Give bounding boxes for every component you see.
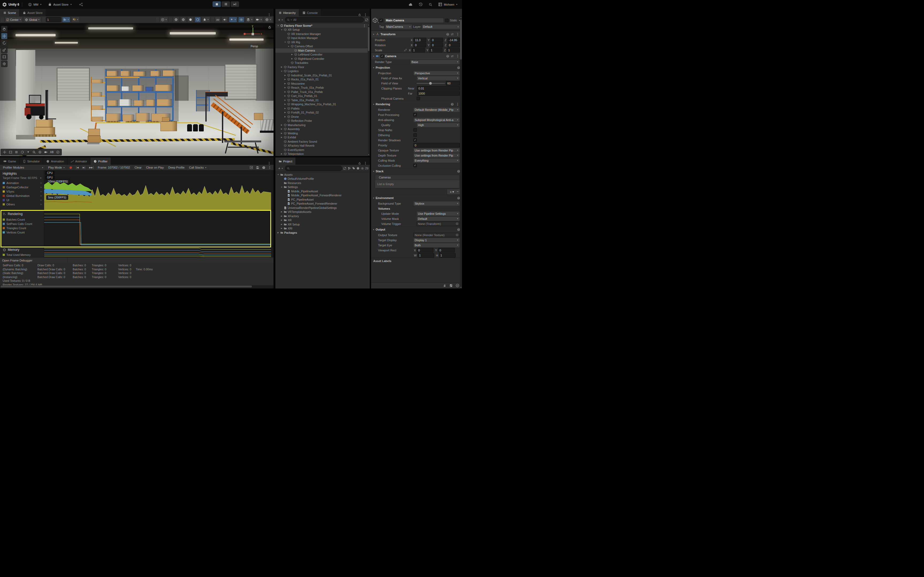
last-frame-button[interactable]: ▶▶| [87,165,95,170]
component-header-transform[interactable]: ▼Transform⋮ [371,31,462,37]
hierarchy-item[interactable]: ▶Racks_01a_Patch_01 [275,77,370,82]
wireframe-toggle[interactable] [180,17,186,23]
highlights-module-header[interactable]: Highlights Target Frame Time: 60 FPS▼ An… [0,171,44,210]
layer-dropdown[interactable]: Default▼ [422,24,460,29]
section-header-output[interactable]: ▼Output [371,226,462,232]
legend-item[interactable]: Vertices Count [0,230,44,235]
record-button[interactable] [68,165,74,170]
visibility-toggle[interactable] [238,17,244,23]
project-item[interactable]: Mobile_PipelineAsset_ForwardRenderer [275,193,370,198]
memory-module-header[interactable]: Memory Total Used Memory [0,247,44,257]
project-item[interactable]: ▶XR Setup [275,222,370,227]
scene-viewport[interactable]: y x Persp XB [0,23,273,156]
memory-chart[interactable] [44,247,271,257]
hierarchy-item[interactable]: ▶Exhibit [275,135,370,140]
user-menu[interactable]: Mohsen▼ [438,2,458,6]
hierarchy-item[interactable]: ▶Industrial_Scale_01a_Prefab_01 [275,73,370,77]
tree-expander-icon[interactable]: ▶ [284,95,286,97]
drag-handle-icon[interactable]: ≡ [40,199,42,201]
dropdown[interactable]: Both▼ [414,243,460,248]
account-menu[interactable]: MM▼ [28,3,42,6]
dropdown[interactable]: Perspective▼ [414,71,460,76]
project-search[interactable] [285,166,342,171]
section-header-stack[interactable]: ▼Stack [371,168,462,174]
section-header-environment[interactable]: ▼Environment [371,195,462,201]
drag-handle-icon[interactable]: ≡ [40,186,42,189]
2d-toggle[interactable]: 2D [215,17,221,23]
label-filter-icon[interactable] [352,167,355,170]
vector-field-z[interactable]: 0 [447,43,460,47]
drag-handle-icon[interactable]: ≡ [40,182,42,184]
hierarchy-item[interactable]: ▶Drone [275,114,370,119]
expand-window-icon[interactable] [343,167,347,170]
project-item[interactable]: PC_PipelineAsset_ForwardRenderer [275,201,370,206]
snap-value-input[interactable] [46,17,61,22]
checkbox[interactable] [417,97,420,100]
deep-profile-toggle[interactable]: Deep Profile [166,165,187,170]
object-field[interactable]: None (Render Texture) [414,233,460,237]
project-search-input[interactable] [291,166,340,170]
stack-remove-button[interactable]: − [457,190,459,194]
project-menu-icon[interactable]: ⋮ [363,162,368,165]
dropdown[interactable]: Skybox▼ [414,201,460,206]
legend-item[interactable]: Others≡ [0,202,44,206]
history-icon[interactable] [419,2,423,6]
lighting-toggle[interactable] [195,17,201,23]
tree-expander-icon[interactable]: ▶ [281,132,283,134]
checkbox[interactable] [414,133,417,137]
project-item[interactable]: ▶XR [275,218,370,222]
hierarchy-item[interactable]: ▶Assembly [275,127,370,131]
hierarchy-menu-icon[interactable]: ⋮ [363,13,368,16]
cache-disabled-icon[interactable] [449,284,453,287]
rect-field-y[interactable]: 0 [438,248,455,253]
gameobject-icon[interactable]: ▼ [372,18,378,23]
tree-expander-icon[interactable]: ▶ [291,53,293,56]
checkbox[interactable] [414,128,417,132]
project-item[interactable]: ▶VRTemplateAssets [275,210,370,214]
effects-button[interactable]: ▼ [229,17,237,23]
tree-expander-icon[interactable]: ▶ [281,223,283,226]
vector-field-x[interactable]: 11.3 [414,38,426,42]
hierarchy-search-input[interactable] [293,18,362,22]
hierarchy-item[interactable]: ▶RightHand Controller [275,56,370,61]
hierarchy-item[interactable]: Ambient Factory Sound [275,139,370,144]
help-icon[interactable] [262,166,265,169]
checkbox[interactable]: ✓ [414,164,417,167]
help-icon[interactable] [446,55,449,58]
collab-icon[interactable] [79,2,83,7]
overlay-camera-icon[interactable] [43,150,48,155]
view-tool-button[interactable] [1,26,8,32]
project-item[interactable]: ▶XFactory [275,214,370,218]
rect-field-h[interactable]: 1 [439,253,456,258]
tree-expander-icon[interactable]: ▼ [277,24,279,26]
play-mode-dropdown[interactable]: Play Mode▼ [46,165,67,170]
rotate-tool-button[interactable] [1,40,8,46]
overlay-transform-icon[interactable] [37,150,42,155]
section-header-projection[interactable]: ▼Projection [371,64,462,71]
dropdown[interactable]: Use settings from Render Pip▼ [414,148,460,153]
hierarchy-item[interactable]: ▼Factory Floor Scene*⋮ [275,24,370,28]
profiler-menu-icon[interactable]: ⋮ [267,166,273,169]
hierarchy-item[interactable]: ▶Factory Floor [275,65,370,69]
tab-project[interactable]: Project [275,158,296,165]
legend-item[interactable]: Animation≡ [0,181,44,185]
bug-disabled-icon[interactable] [443,284,446,287]
hierarchy-item[interactable]: ▶Cart_01a_Prefab_01 [275,94,370,98]
stack-add-button[interactable]: ＋▾ [449,190,454,194]
hierarchy-item[interactable]: ▼Camera Offset [275,44,370,48]
panel-divider[interactable] [275,156,370,157]
tree-expander-icon[interactable]: ▼ [281,186,283,188]
asset-filter-icon[interactable] [347,167,351,170]
vector-field-x[interactable]: 0 [414,43,426,47]
checkbox[interactable]: ✓ [380,55,384,58]
highlights-chart[interactable]: CPU GPU 10ms (100FPS) 5ms (200FPS) [44,171,271,210]
tab-animation[interactable]: Animation [43,158,67,165]
panel-divider[interactable] [273,9,275,288]
cpu-badge[interactable]: CPU [45,171,54,175]
gizmos-button[interactable]: ▼ [264,17,273,23]
tree-expander-icon[interactable]: ▼ [277,174,279,176]
tree-expander-icon[interactable]: ▶ [284,74,286,76]
hierarchy-item[interactable]: Reflection Probe [275,119,370,123]
checkbox[interactable]: ✓ [414,139,417,142]
check-status-icon[interactable] [456,284,459,287]
